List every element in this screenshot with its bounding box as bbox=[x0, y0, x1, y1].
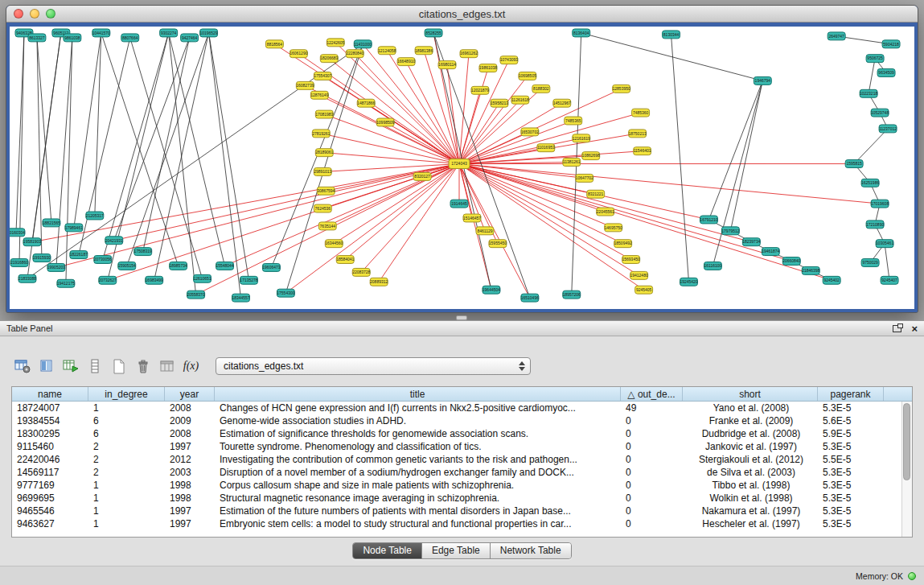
graph-node[interactable]: 16530702 bbox=[521, 128, 539, 136]
graph-node[interactable]: 19644504 bbox=[483, 286, 500, 294]
graph-node[interactable]: 14512967 bbox=[553, 99, 571, 107]
graph-node[interactable]: 12161619 bbox=[573, 134, 590, 142]
graph-node[interactable]: 9302274 bbox=[160, 29, 178, 37]
graph-node[interactable]: 10305461 bbox=[876, 240, 893, 248]
graph-node[interactable]: 20160304 bbox=[10, 229, 25, 237]
graph-node[interactable]: 10223218 bbox=[860, 89, 877, 97]
row-height-icon[interactable] bbox=[84, 356, 105, 377]
graph-node[interactable]: 18239734 bbox=[742, 238, 760, 246]
graph-node[interactable]: 9861038 bbox=[64, 34, 81, 42]
graph-node[interactable]: 9245407 bbox=[881, 276, 898, 284]
graph-node[interactable]: 18206683 bbox=[320, 55, 338, 63]
import-table-icon[interactable] bbox=[156, 356, 178, 377]
close-panel-icon[interactable]: × bbox=[911, 323, 918, 334]
graph-node[interactable]: 15905154 bbox=[118, 262, 136, 270]
window-titlebar[interactable]: citations_edges.txt bbox=[6, 6, 918, 23]
function-icon[interactable]: f(x) bbox=[180, 356, 202, 377]
graph-node[interactable]: 16116100 bbox=[704, 262, 721, 270]
graph-node[interactable]: 19606473 bbox=[262, 263, 280, 271]
column-header-3[interactable]: title bbox=[215, 387, 621, 401]
tab-edge-table[interactable]: Edge Table bbox=[421, 543, 490, 558]
graph-node[interactable]: 2649747 bbox=[827, 32, 845, 40]
graph-node[interactable]: 20558370 bbox=[187, 290, 204, 299]
graph-node[interactable]: 8613327 bbox=[28, 34, 46, 42]
graph-node[interactable]: 19861038 bbox=[479, 64, 497, 72]
graph-node[interactable]: 11261618 bbox=[511, 96, 529, 104]
graph-node[interactable]: 8807664 bbox=[121, 34, 139, 42]
table-row[interactable]: 946362711997Embryonic stem cells: a mode… bbox=[12, 517, 901, 530]
graph-node[interactable]: 17019608 bbox=[871, 200, 889, 208]
graph-node[interactable]: 19412480 bbox=[630, 271, 648, 279]
graph-node[interactable]: 8320127 bbox=[413, 172, 431, 180]
graph-node[interactable]: 18985734 bbox=[170, 262, 187, 270]
table-row[interactable]: 911546021997Tourette syndrome. Phenomeno… bbox=[12, 440, 901, 453]
graph-node[interactable]: 7485360 bbox=[632, 109, 650, 117]
graph-node[interactable]: 15146457 bbox=[463, 214, 481, 222]
graph-node[interactable]: 11431000 bbox=[354, 40, 372, 48]
graph-node[interactable]: 16980114 bbox=[438, 61, 456, 69]
graph-node[interactable]: 15693450 bbox=[622, 256, 640, 264]
graph-node[interactable]: 10743093 bbox=[500, 56, 518, 64]
graph-node[interactable]: 20660840 bbox=[782, 257, 800, 266]
graph-node[interactable]: 18584041 bbox=[336, 256, 354, 264]
graph-node[interactable]: 17554307 bbox=[314, 72, 331, 80]
column-header-6[interactable]: pagerank bbox=[818, 387, 884, 401]
graph-node[interactable]: 18981386 bbox=[415, 47, 433, 55]
graph-node[interactable]: 8136404 bbox=[573, 29, 590, 37]
graph-node[interactable]: 9750029 bbox=[861, 259, 879, 267]
graph-node[interactable]: 15958213 bbox=[491, 99, 508, 107]
graph-node[interactable]: 8130344 bbox=[663, 31, 680, 39]
column-header-5[interactable]: short bbox=[683, 387, 818, 401]
graph-node[interactable]: 8461129 bbox=[476, 227, 494, 235]
table-export-icon[interactable] bbox=[60, 356, 81, 377]
graph-node[interactable]: 17554300 bbox=[277, 289, 294, 297]
graph-node[interactable]: 11237012 bbox=[879, 125, 897, 133]
table-vertical-scrollbar[interactable] bbox=[901, 402, 912, 537]
graph-node[interactable]: 9634509 bbox=[877, 69, 895, 77]
close-window-button[interactable] bbox=[14, 9, 23, 19]
graph-node[interactable]: 8818564 bbox=[265, 40, 283, 48]
table-selector-dropdown[interactable]: citations_edges.txt bbox=[216, 357, 531, 375]
graph-node[interactable]: 12242605 bbox=[326, 39, 344, 47]
graph-node[interactable]: 19461874 bbox=[762, 248, 779, 256]
graph-node[interactable]: 10998509 bbox=[376, 118, 394, 126]
graph-node[interactable]: 17989461 bbox=[65, 224, 83, 232]
graph-node[interactable]: 19915930 bbox=[33, 254, 51, 262]
graph-node[interactable]: 16961262 bbox=[460, 50, 478, 58]
network-canvas[interactable]: 9406328861332796051129861038104415708807… bbox=[10, 27, 914, 309]
minimize-window-button[interactable] bbox=[30, 9, 39, 19]
column-header-0[interactable]: name bbox=[12, 387, 88, 401]
scrollbar-thumb[interactable] bbox=[903, 403, 910, 480]
graph-node[interactable]: 28189061 bbox=[315, 149, 333, 157]
graph-node[interactable]: 10529748 bbox=[871, 109, 889, 117]
column-header-1[interactable]: in_degree bbox=[88, 387, 165, 401]
graph-node[interactable]: 18509492 bbox=[614, 240, 632, 248]
graph-node[interactable]: 1946794 bbox=[754, 76, 771, 84]
graph-node[interactable]: 18957206 bbox=[563, 290, 581, 299]
graph-node[interactable]: 12124058 bbox=[378, 47, 396, 55]
graph-node[interactable]: 19245420 bbox=[680, 278, 697, 286]
graph-node[interactable]: 20730056 bbox=[94, 256, 112, 264]
new-document-icon[interactable] bbox=[108, 356, 129, 377]
zoom-window-button[interactable] bbox=[46, 9, 55, 19]
float-panel-icon[interactable] bbox=[893, 325, 901, 332]
graph-node[interactable]: 16510496 bbox=[521, 294, 539, 302]
graph-node[interactable]: 16061290 bbox=[290, 50, 307, 58]
graph-node[interactable]: 10698505 bbox=[519, 72, 536, 80]
graph-node[interactable]: 17135278 bbox=[240, 276, 257, 284]
graph-node[interactable]: 8188302 bbox=[532, 84, 550, 93]
graph-node[interactable]: 17979512 bbox=[721, 227, 739, 235]
graph-node[interactable]: 9245405 bbox=[635, 286, 653, 294]
graph-node[interactable]: 17081983 bbox=[315, 110, 333, 118]
graph-node[interactable]: 10862698 bbox=[582, 152, 600, 160]
tab-network-table[interactable]: Network Table bbox=[490, 543, 571, 558]
graph-node[interactable]: 12021879 bbox=[471, 86, 489, 94]
graph-node[interactable]: 14695750 bbox=[605, 224, 622, 232]
graph-node[interactable]: 16648910 bbox=[397, 58, 415, 66]
column-header-4[interactable]: △ out_de... bbox=[621, 387, 683, 401]
graph-node[interactable]: 21205317 bbox=[86, 212, 104, 220]
graph-node[interactable]: 9506725 bbox=[866, 55, 884, 63]
graph-node[interactable]: 21833088 bbox=[18, 274, 36, 282]
graph-node[interactable]: 10196529 bbox=[199, 29, 217, 37]
graph-node[interactable]: 16344560 bbox=[325, 240, 343, 248]
